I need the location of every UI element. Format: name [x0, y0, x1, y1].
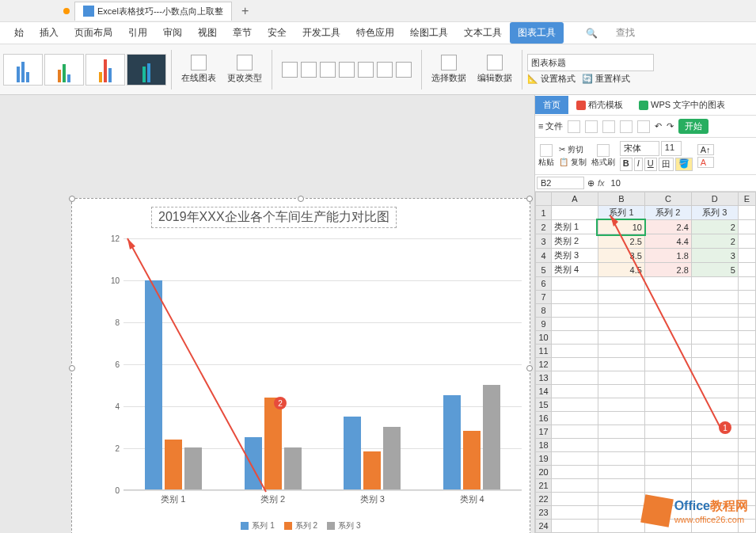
- ribbon-tab-chart[interactable]: 图表工具: [510, 22, 564, 44]
- font-size-selector[interactable]: 11: [661, 141, 682, 156]
- logo-icon: [640, 494, 674, 527]
- edit-data-button[interactable]: 编辑数据: [473, 53, 517, 86]
- wps-icon: [639, 101, 648, 110]
- open-icon[interactable]: [585, 120, 598, 133]
- function-icon[interactable]: ⊕: [587, 178, 595, 188]
- ribbon-tab-start[interactable]: 始: [6, 22, 32, 44]
- separator: [171, 50, 172, 89]
- undo-icon[interactable]: ↶: [655, 121, 662, 131]
- chart-element-selector[interactable]: 图表标题: [527, 54, 654, 71]
- formula-input[interactable]: 10: [608, 177, 754, 188]
- ribbon-tabs: 始 插入 页面布局 引用 审阅 视图 章节 安全 开发工具 特色应用 绘图工具 …: [0, 22, 756, 44]
- bold-button[interactable]: B: [620, 158, 633, 171]
- legend-icon[interactable]: [320, 62, 336, 78]
- ribbon-tab-layout[interactable]: 页面布局: [66, 22, 120, 44]
- resize-handle[interactable]: [69, 365, 75, 371]
- axis-icon[interactable]: [282, 62, 298, 78]
- new-tab-button[interactable]: +: [241, 4, 249, 18]
- side-tab-template[interactable]: 稻壳模板: [568, 96, 631, 114]
- table-icon: [441, 55, 457, 70]
- side-tabs: 首页 稻壳模板 WPS 文字中的图表: [535, 95, 756, 116]
- ribbon-tab-review[interactable]: 审阅: [155, 22, 190, 44]
- workspace: 2019年XXX企业各个车间生产能力对比图 024681012 类别 1类别 2…: [0, 95, 756, 533]
- format-painter-icon[interactable]: [597, 144, 610, 157]
- copy-button[interactable]: 📋 复制: [559, 157, 587, 168]
- fx-label: fx: [598, 178, 605, 188]
- chart-legend[interactable]: 系列 1 系列 2 系列 3: [72, 520, 530, 531]
- paste-icon[interactable]: [540, 144, 553, 157]
- save-icon[interactable]: [602, 120, 615, 133]
- new-icon[interactable]: [568, 120, 580, 133]
- document-tab[interactable]: Excel表格技巧---小数点向上取整: [74, 2, 232, 21]
- watermark: Office教程网 www.office26.com: [643, 497, 748, 525]
- legend-item: 系列 3: [327, 520, 360, 531]
- separator: [421, 50, 422, 89]
- ribbon-tab-draw[interactable]: 绘图工具: [402, 22, 456, 44]
- redo-icon[interactable]: ↷: [667, 121, 674, 131]
- search-icon: 🔍: [578, 24, 606, 43]
- cut-button[interactable]: ✂ 剪切: [559, 144, 587, 155]
- side-tab-home[interactable]: 首页: [535, 96, 568, 114]
- ribbon-tab-view[interactable]: 视图: [190, 22, 225, 44]
- chart-style-preset[interactable]: [3, 54, 43, 86]
- ribbon-tab-dev[interactable]: 开发工具: [294, 22, 348, 44]
- tab-title: Excel表格技巧---小数点向上取整: [97, 6, 223, 17]
- spreadsheet-grid[interactable]: ABCDE1系列 1系列 2系列 32类别 1102.423类别 22.54.4…: [535, 192, 756, 533]
- ribbon-tab-section[interactable]: 章节: [225, 22, 260, 44]
- bars-area: 类别 1类别 2类别 3类别 4: [123, 238, 522, 490]
- select-data-button[interactable]: 选择数据: [427, 53, 471, 86]
- resize-handle[interactable]: [298, 196, 304, 202]
- grid-icon[interactable]: [358, 62, 374, 78]
- ribbon-search[interactable]: 🔍 查找: [570, 18, 651, 48]
- embedded-spreadsheet-panel: 首页 稻壳模板 WPS 文字中的图表 ≡ 文件 ↶ ↷ 开始 粘贴 ✂ 剪切 📋…: [534, 95, 756, 533]
- edit-icon: [487, 55, 503, 70]
- chart-style-preset[interactable]: [85, 54, 125, 86]
- chart-icon: [191, 55, 207, 70]
- ribbon-tab-ref[interactable]: 引用: [120, 22, 155, 44]
- change-type-button[interactable]: 更改类型: [222, 53, 267, 86]
- y-axis: 024681012: [104, 238, 120, 490]
- chart-style-preset[interactable]: [44, 54, 84, 86]
- fill-button[interactable]: 🪣: [675, 158, 693, 171]
- legend-item: 系列 1: [241, 520, 274, 531]
- cell-reference[interactable]: B2: [537, 177, 584, 189]
- preview-icon[interactable]: [637, 120, 650, 133]
- italic-button[interactable]: I: [634, 158, 643, 171]
- errorbar-icon[interactable]: [396, 62, 412, 78]
- underline-button[interactable]: U: [644, 158, 657, 171]
- ribbon-tab-security[interactable]: 安全: [260, 22, 294, 44]
- title-icon[interactable]: [301, 62, 317, 78]
- chart-title[interactable]: 2019年XXX企业各个车间生产能力对比图: [151, 207, 397, 228]
- resize-handle[interactable]: [526, 365, 533, 371]
- increase-font-button[interactable]: A↑: [697, 144, 714, 155]
- label-icon[interactable]: [339, 62, 355, 78]
- chart-style-preset[interactable]: [127, 54, 166, 86]
- swap-icon: [237, 55, 253, 70]
- ribbon-tab-insert[interactable]: 插入: [32, 22, 66, 44]
- side-tab-wps[interactable]: WPS 文字中的图表: [631, 96, 733, 114]
- resize-handle[interactable]: [526, 196, 533, 202]
- print-icon[interactable]: [620, 120, 633, 133]
- file-menu[interactable]: ≡ 文件: [538, 120, 563, 132]
- trendline-icon[interactable]: [377, 62, 393, 78]
- chart-elements-group: [277, 62, 416, 78]
- document-canvas[interactable]: 2019年XXX企业各个车间生产能力对比图 024681012 类别 1类别 2…: [0, 95, 534, 533]
- annotation-badge-1: 1: [719, 421, 731, 434]
- font-selector[interactable]: 宋体: [620, 141, 659, 156]
- font-color-button[interactable]: A: [697, 157, 714, 168]
- ribbon-tab-featured[interactable]: 特色应用: [348, 22, 402, 44]
- ribbon-tab-text[interactable]: 文本工具: [456, 22, 510, 44]
- resize-handle[interactable]: [69, 196, 75, 202]
- set-format-button[interactable]: 📐 设置格式: [527, 73, 576, 85]
- chart-toolbar: 在线图表 更改类型 选择数据 编辑数据 图表标题 📐 设置格式 🔄 重置样式: [0, 44, 756, 95]
- formula-bar: B2 ⊕ fx 10: [535, 175, 756, 192]
- start-button[interactable]: 开始: [678, 119, 709, 134]
- online-chart-button[interactable]: 在线图表: [177, 53, 221, 86]
- chart-object[interactable]: 2019年XXX企业各个车间生产能力对比图 024681012 类别 1类别 2…: [71, 198, 530, 533]
- border-button[interactable]: 田: [659, 158, 674, 171]
- reset-style-button[interactable]: 🔄 重置样式: [582, 73, 630, 85]
- side-quick-access: ≡ 文件 ↶ ↷ 开始: [535, 116, 756, 138]
- plot-area[interactable]: 024681012 类别 1类别 2类别 3类别 4: [104, 238, 522, 490]
- annotation-badge-2: 2: [274, 397, 287, 409]
- clipboard-row: 粘贴 ✂ 剪切 📋 复制 格式刷 宋体 11 B I U 田: [535, 138, 756, 175]
